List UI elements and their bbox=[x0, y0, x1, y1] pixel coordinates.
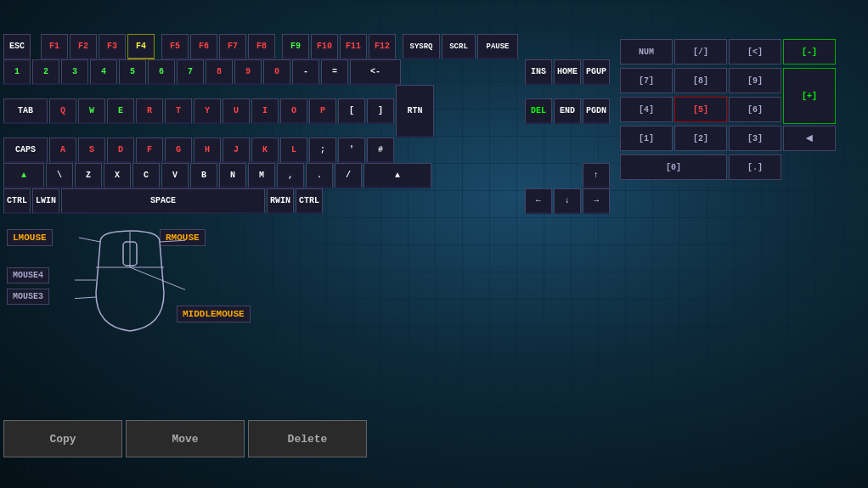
key-ctrl-right[interactable]: CTRL bbox=[296, 188, 323, 214]
key-esc[interactable]: ESC bbox=[3, 34, 31, 59]
key-apostrophe[interactable]: ' bbox=[338, 137, 365, 163]
key-space[interactable]: SPACE bbox=[61, 188, 265, 214]
key-9[interactable]: 9 bbox=[234, 59, 262, 85]
key-l[interactable]: L bbox=[280, 137, 307, 163]
key-num-minus[interactable]: [-] bbox=[783, 39, 836, 65]
key-arrow-down[interactable]: ↓ bbox=[554, 188, 581, 214]
key-backspace[interactable]: <- bbox=[350, 59, 401, 85]
key-pause[interactable]: PAUSE bbox=[477, 34, 518, 59]
key-7[interactable]: 7 bbox=[177, 59, 204, 85]
key-rwin[interactable]: RWIN bbox=[267, 188, 294, 214]
key-3[interactable]: 3 bbox=[61, 59, 88, 85]
key-t[interactable]: T bbox=[165, 98, 192, 124]
key-k[interactable]: K bbox=[251, 137, 279, 163]
key-f12[interactable]: F12 bbox=[369, 34, 396, 59]
key-b[interactable]: B bbox=[190, 163, 217, 188]
middlemouse-key[interactable]: MIDDLEMOUSE bbox=[177, 306, 251, 323]
key-num-enter[interactable]: ◄ bbox=[783, 126, 836, 151]
key-slash[interactable]: / bbox=[335, 163, 362, 188]
key-f9[interactable]: F9 bbox=[282, 34, 309, 59]
key-f1[interactable]: F1 bbox=[41, 34, 68, 59]
key-lwin[interactable]: LWIN bbox=[32, 188, 59, 214]
delete-button[interactable]: Delete bbox=[248, 420, 367, 457]
key-5[interactable]: 5 bbox=[119, 59, 146, 85]
key-f11[interactable]: F11 bbox=[340, 34, 367, 59]
key-arrow-right[interactable]: → bbox=[583, 188, 610, 214]
key-rtn[interactable]: RTN bbox=[396, 85, 434, 137]
key-6[interactable]: 6 bbox=[148, 59, 175, 85]
key-num-4[interactable]: [4] bbox=[620, 97, 673, 122]
key-num-5[interactable]: [5] bbox=[674, 97, 727, 122]
key-home[interactable]: HOME bbox=[554, 59, 581, 85]
key-e[interactable]: E bbox=[107, 98, 134, 124]
key-shift-left[interactable]: ▲ bbox=[3, 163, 44, 188]
key-num[interactable]: NUM bbox=[620, 39, 673, 65]
key-f8[interactable]: F8 bbox=[248, 34, 275, 59]
lmouse-key[interactable]: LMOUSE bbox=[7, 229, 53, 246]
key-period[interactable]: . bbox=[306, 163, 333, 188]
key-h[interactable]: H bbox=[194, 137, 221, 163]
key-semicolon[interactable]: ; bbox=[309, 137, 336, 163]
key-f6[interactable]: F6 bbox=[190, 34, 217, 59]
key-d[interactable]: D bbox=[107, 137, 134, 163]
key-f[interactable]: F bbox=[136, 137, 163, 163]
key-tab[interactable]: TAB bbox=[3, 98, 48, 124]
key-num-1[interactable]: [1] bbox=[620, 126, 673, 151]
key-o[interactable]: O bbox=[280, 98, 307, 124]
key-minus[interactable]: - bbox=[292, 59, 319, 85]
key-1[interactable]: 1 bbox=[3, 59, 31, 85]
key-0[interactable]: 0 bbox=[263, 59, 290, 85]
move-button[interactable]: Move bbox=[126, 420, 245, 457]
key-pgdn[interactable]: PGDN bbox=[583, 98, 610, 124]
key-f2[interactable]: F2 bbox=[70, 34, 97, 59]
key-ins[interactable]: INS bbox=[525, 59, 552, 85]
key-f3[interactable]: F3 bbox=[99, 34, 126, 59]
key-num-dot[interactable]: [.] bbox=[729, 154, 781, 180]
key-ctrl-left[interactable]: CTRL bbox=[3, 188, 31, 214]
key-z[interactable]: Z bbox=[75, 163, 102, 188]
key-u[interactable]: U bbox=[223, 98, 250, 124]
key-y[interactable]: Y bbox=[194, 98, 221, 124]
key-rbracket[interactable]: ] bbox=[367, 98, 394, 124]
key-8[interactable]: 8 bbox=[206, 59, 233, 85]
key-f7[interactable]: F7 bbox=[219, 34, 246, 59]
key-num-asterisk[interactable]: [<] bbox=[729, 39, 781, 65]
key-4[interactable]: 4 bbox=[90, 59, 117, 85]
key-r[interactable]: R bbox=[136, 98, 163, 124]
key-hash[interactable]: # bbox=[367, 137, 394, 163]
copy-button[interactable]: Copy bbox=[3, 420, 122, 457]
key-num-9[interactable]: [9] bbox=[729, 68, 781, 93]
key-pgup[interactable]: PGUP bbox=[583, 59, 610, 85]
key-q[interactable]: Q bbox=[49, 98, 76, 124]
key-equals[interactable]: = bbox=[321, 59, 348, 85]
key-num-3[interactable]: [3] bbox=[729, 126, 781, 151]
key-comma[interactable]: , bbox=[277, 163, 304, 188]
key-num-6[interactable]: [6] bbox=[729, 97, 781, 122]
key-x[interactable]: X bbox=[104, 163, 131, 188]
key-s[interactable]: S bbox=[78, 137, 105, 163]
mouse4-key[interactable]: MOUSE4 bbox=[7, 267, 49, 283]
key-sysrq[interactable]: SYSRQ bbox=[403, 34, 440, 59]
key-m[interactable]: M bbox=[248, 163, 275, 188]
key-v[interactable]: V bbox=[161, 163, 189, 188]
key-f5[interactable]: F5 bbox=[161, 34, 189, 59]
key-end[interactable]: END bbox=[554, 98, 581, 124]
key-del[interactable]: DEL bbox=[525, 98, 552, 124]
key-f10[interactable]: F10 bbox=[311, 34, 338, 59]
key-lbracket[interactable]: [ bbox=[338, 98, 365, 124]
key-c[interactable]: C bbox=[132, 163, 160, 188]
key-w[interactable]: W bbox=[78, 98, 105, 124]
key-num-slash[interactable]: [/] bbox=[674, 39, 727, 65]
key-scrl[interactable]: SCRL bbox=[442, 34, 476, 59]
key-num-7[interactable]: [7] bbox=[620, 68, 673, 93]
key-f4[interactable]: F4 bbox=[127, 34, 155, 59]
key-p[interactable]: P bbox=[309, 98, 336, 124]
key-num-plus[interactable]: [+] bbox=[783, 68, 836, 124]
key-i[interactable]: I bbox=[251, 98, 279, 124]
mouse3-key[interactable]: MOUSE3 bbox=[7, 289, 49, 305]
key-2[interactable]: 2 bbox=[32, 59, 59, 85]
key-num-8[interactable]: [8] bbox=[674, 68, 727, 93]
key-shift-right[interactable]: ▲ bbox=[364, 163, 431, 188]
key-j[interactable]: J bbox=[223, 137, 250, 163]
key-arrow-left[interactable]: ← bbox=[525, 188, 552, 214]
